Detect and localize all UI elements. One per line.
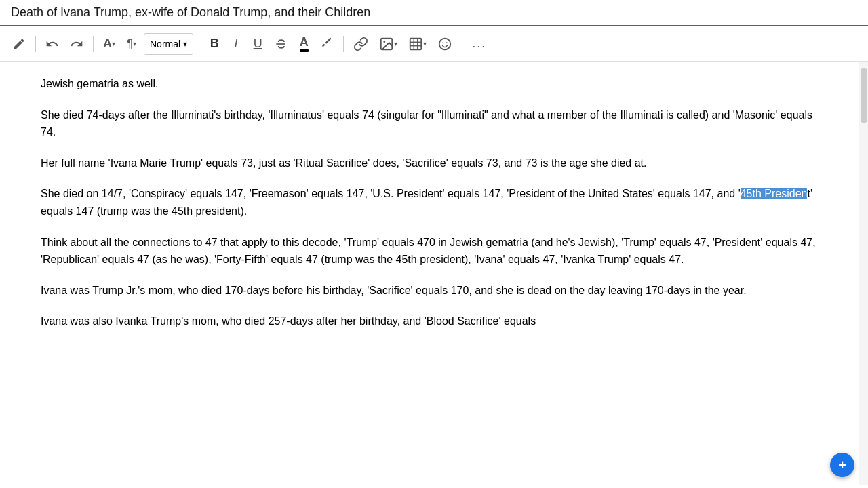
undo-button[interactable] (41, 33, 63, 55)
svg-point-9 (442, 42, 443, 43)
italic-icon: I (235, 37, 238, 51)
text-color-icon: A (300, 36, 309, 52)
divider-1 (35, 36, 36, 52)
image-icon (379, 37, 394, 52)
strikethrough-button[interactable] (270, 33, 292, 55)
emoji-button[interactable] (433, 33, 456, 55)
chevron-down-icon: ▾ (183, 39, 187, 49)
pencil-icon (12, 37, 26, 51)
highlight-button[interactable] (316, 33, 338, 55)
paragraph-2: She died 74-days after the Illuminati's … (41, 106, 818, 141)
doc-area: Jewish gematria as well. She died 74-day… (0, 62, 868, 485)
table-button[interactable]: ▾ (404, 33, 431, 55)
highlighted-text: 45th Presiden (741, 188, 808, 199)
paragraph-6: Ivana was Trump Jr.'s mom, who died 170-… (41, 282, 818, 300)
text-color-button[interactable]: A (294, 33, 313, 55)
toolbar: A ▾ ¶ ▾ Normal ▾ B I U A (0, 26, 868, 62)
table-icon (408, 37, 423, 52)
image-button[interactable]: ▾ (375, 33, 401, 55)
document-title: Death of Ivana Trump, ex-wife of Donald … (11, 5, 370, 19)
fab-icon: + (838, 458, 846, 473)
paragraph-5: Think about all the connections to 47 th… (41, 234, 818, 268)
more-options-icon: ... (472, 37, 486, 51)
font-button[interactable]: A ▾ (99, 33, 119, 55)
style-label: Normal (150, 39, 180, 49)
edit-button[interactable] (8, 33, 30, 55)
highlight-icon (320, 36, 334, 52)
redo-icon (70, 37, 83, 51)
paragraph-button[interactable]: ¶ ▾ (122, 33, 141, 55)
paragraph-icon: ¶ (127, 38, 133, 50)
doc-content[interactable]: Jewish gematria as well. She died 74-day… (0, 62, 859, 485)
scrollbar-thumb[interactable] (861, 68, 867, 123)
style-dropdown[interactable]: Normal ▾ (144, 33, 193, 55)
bold-icon: B (210, 37, 219, 51)
paragraph-1: Jewish gematria as well. (41, 75, 818, 93)
title-bar: Death of Ivana Trump, ex-wife of Donald … (0, 0, 868, 26)
divider-5 (462, 36, 462, 52)
link-icon (353, 37, 368, 52)
svg-point-8 (439, 38, 451, 49)
underline-button[interactable]: U (248, 33, 267, 55)
emoji-icon (437, 37, 452, 52)
more-options-button[interactable]: ... (468, 33, 490, 55)
fab-button[interactable]: + (830, 453, 854, 477)
svg-point-2 (384, 41, 386, 43)
paragraph-4: She died on 14/7, 'Conspiracy' equals 14… (41, 185, 818, 220)
font-icon: A (103, 37, 112, 51)
undo-icon (45, 37, 59, 51)
paragraph-7: Ivana was also Ivanka Trump's mom, who d… (41, 312, 818, 330)
svg-point-10 (446, 42, 448, 43)
scrollbar[interactable] (859, 62, 868, 485)
underline-icon: U (254, 37, 262, 51)
redo-button[interactable] (66, 33, 87, 55)
svg-rect-3 (410, 38, 422, 49)
strikethrough-icon (274, 37, 288, 51)
italic-button[interactable]: I (226, 33, 245, 55)
link-button[interactable] (349, 33, 372, 55)
divider-3 (199, 36, 199, 52)
divider-2 (93, 36, 94, 52)
divider-4 (343, 36, 344, 52)
paragraph-3: Her full name 'Ivana Marie Trump' equals… (41, 155, 818, 172)
bold-button[interactable]: B (205, 33, 224, 55)
